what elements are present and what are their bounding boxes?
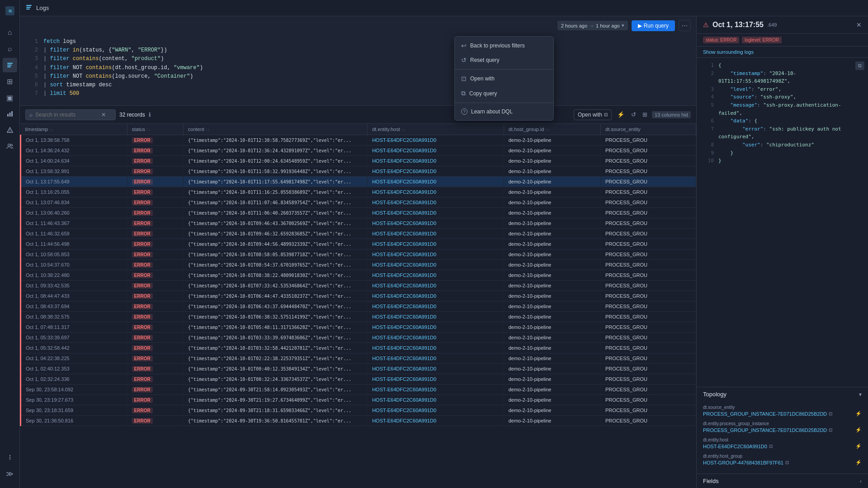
sidebar-item-expand[interactable]: ≫: [3, 466, 17, 481]
open-with-button[interactable]: Open with ⊡: [574, 109, 612, 120]
code-editor[interactable]: 1fetch logs 2| filter in(status, {"WARN"…: [24, 34, 693, 102]
table-row[interactable]: Oct 1, 13:07:46.834 ERROR {"timestamp":"…: [21, 197, 696, 208]
cell-source: PROCESS_GROU: [601, 187, 696, 197]
table-layout-button[interactable]: ⊞: [641, 109, 649, 120]
table-row[interactable]: Oct 1, 11:46:32.659 ERROR {"timestamp":"…: [21, 229, 696, 239]
table-row[interactable]: Oct 1, 13:58:32.991 ERROR {"timestamp":"…: [21, 166, 696, 177]
cell-source: PROCESS_GROU: [601, 364, 696, 374]
fields-header[interactable]: Fields ‹: [697, 474, 868, 488]
dropdown-back-to-filters[interactable]: ↩ Back to previous filters: [455, 38, 553, 53]
cell-source: PROCESS_GROU: [601, 208, 696, 218]
page-title: Logs: [36, 5, 49, 11]
table-row[interactable]: Oct 1, 08:44:47.433 ERROR {"timestamp":"…: [21, 291, 696, 301]
table-row[interactable]: Oct 1, 05:32:58.442 ERROR {"timestamp":"…: [21, 343, 696, 353]
table-row[interactable]: Oct 1, 13:17:55.649 ERROR {"timestamp":"…: [21, 177, 696, 187]
sidebar-item-chart[interactable]: [3, 107, 17, 121]
svg-rect-2: [7, 63, 13, 64]
sidebar-item-home[interactable]: ⌂: [3, 25, 17, 40]
topology-value-source[interactable]: PROCESS_GROUP_INSTANCE-7E071DC86D25B2DD …: [703, 411, 862, 417]
col-host-group[interactable]: dt.host_group.id ↑↓: [504, 124, 600, 135]
time-range-selector[interactable]: 2 hours ago → 1 hour ago ▾: [557, 21, 628, 30]
table-row[interactable]: Oct 1, 08:38:32.575 ERROR {"timestamp":"…: [21, 312, 696, 322]
dropdown-open-with[interactable]: ⊡ Open with: [455, 71, 553, 86]
cell-host: HOST-E64DFC2C60A991D0: [368, 291, 504, 301]
col-source[interactable]: dt.source_entity: [601, 124, 696, 135]
table-row[interactable]: Oct 1, 10:54:37.670 ERROR {"timestamp":"…: [21, 260, 696, 270]
sidebar-item-monitor[interactable]: ▣: [3, 90, 17, 105]
cell-content: {"timestamp":"2024-10-01T09:44:56.489932…: [183, 239, 367, 249]
col-content[interactable]: content ↑↓: [183, 124, 367, 135]
table-row[interactable]: Oct 1, 13:38:58.758 ERROR {"timestamp":"…: [21, 135, 696, 145]
filter-source-icon[interactable]: ⚡: [855, 411, 862, 417]
dropdown-reset-query[interactable]: ↺ Reset query: [455, 53, 553, 67]
refresh-icon-button[interactable]: ↺: [629, 109, 638, 120]
svg-rect-5: [7, 114, 9, 117]
cell-timestamp: Oct 1, 10:54:37.670: [21, 260, 127, 270]
table-row[interactable]: Sep 30, 23:58:14.092 ERROR {"timestamp":…: [21, 385, 696, 395]
cell-status: ERROR: [127, 260, 183, 270]
detail-timestamp: Oct 1, 13:17:55: [712, 21, 764, 29]
table-row[interactable]: Oct 1, 11:46:43.367 ERROR {"timestamp":"…: [21, 218, 696, 229]
topology-value-host-group[interactable]: HOST-GROUP-447684381BF97F61 ⊡ ⚡: [703, 460, 862, 465]
dropdown-copy-query[interactable]: ⧉ Copy query: [455, 86, 553, 101]
table-row[interactable]: Oct 1, 08:43:37.694 ERROR {"timestamp":"…: [21, 301, 696, 312]
sidebar-item-grid[interactable]: ⊞: [3, 74, 17, 89]
copy-json-button[interactable]: ⧉: [855, 61, 864, 70]
json-view: ⧉ 1{ 2 "timestamp": "2024-10-01T11:17:55…: [697, 58, 868, 387]
run-query-button[interactable]: ▶ Run query: [632, 20, 675, 31]
topology-value-host[interactable]: HOST-E64DFC2C60A991D0 ⊡ ⚡: [703, 443, 862, 449]
clear-search-button[interactable]: ✕: [101, 112, 106, 118]
table-row[interactable]: Oct 1, 11:44:56.498 ERROR {"timestamp":"…: [21, 239, 696, 249]
topology-header[interactable]: Topology ▾: [697, 387, 868, 401]
detail-badges: status: ERROR loglevel: ERROR: [697, 34, 868, 47]
table-row[interactable]: Oct 1, 10:38:22.480 ERROR {"timestamp":"…: [21, 270, 696, 281]
cell-source: PROCESS_GROU: [601, 333, 696, 343]
cell-timestamp: Oct 1, 05:33:39.697: [21, 333, 127, 343]
table-row[interactable]: Oct 1, 04:22:38.225 ERROR {"timestamp":"…: [21, 353, 696, 364]
cell-host-group: demo-2-10-pipeline: [504, 208, 600, 218]
filter-process-group-icon[interactable]: ⚡: [855, 427, 862, 433]
sidebar-logo: ≋: [3, 4, 17, 18]
col-status[interactable]: status ↑↓: [127, 124, 183, 135]
search-box[interactable]: ⌕ ✕: [25, 109, 116, 120]
copy-icon: ⧉: [461, 89, 466, 97]
table-row[interactable]: Oct 1, 07:48:11.317 ERROR {"timestamp":"…: [21, 322, 696, 333]
cell-content: {"timestamp":"2024-10-01T06:38:32.575114…: [183, 312, 367, 322]
table-row[interactable]: Sep 30, 21:36:50.816 ERROR {"timestamp":…: [21, 416, 696, 426]
info-icon[interactable]: ℹ: [149, 112, 151, 118]
table-row[interactable]: Sep 30, 23:19:27.673 ERROR {"timestamp":…: [21, 395, 696, 405]
filter-host-icon[interactable]: ⚡: [855, 443, 862, 449]
cell-status: ERROR: [127, 218, 183, 229]
table-row[interactable]: Oct 1, 02:32:24.336 ERROR {"timestamp":"…: [21, 374, 696, 385]
col-timestamp[interactable]: timestamp ↑↓: [21, 124, 127, 135]
table-row[interactable]: Oct 1, 10:58:05.853 ERROR {"timestamp":"…: [21, 249, 696, 260]
table-row[interactable]: Oct 1, 14:00:24.634 ERROR {"timestamp":"…: [21, 156, 696, 166]
table-row[interactable]: Oct 1, 05:33:39.697 ERROR {"timestamp":"…: [21, 333, 696, 343]
svg-point-10: [8, 144, 10, 146]
dropdown-learn-dql[interactable]: ? Learn about DQL: [455, 105, 553, 118]
table-row[interactable]: Oct 1, 02:40:12.353 ERROR {"timestamp":"…: [21, 364, 696, 374]
show-surrounding-button[interactable]: Show surrounding logs: [697, 47, 868, 58]
more-options-button[interactable]: ⋯: [679, 20, 691, 31]
detail-panel: ⚠ Oct 1, 13:17:55 .649 ✕ status: ERROR l…: [696, 16, 868, 488]
table-row[interactable]: Oct 1, 09:33:42.535 ERROR {"timestamp":"…: [21, 281, 696, 291]
table-row[interactable]: Sep 30, 23:18:31.659 ERROR {"timestamp":…: [21, 405, 696, 416]
topology-value-process-group[interactable]: PROCESS_GROUP_INSTANCE-7E071DC86D25B2DD …: [703, 427, 862, 433]
search-input[interactable]: [35, 112, 99, 118]
cell-status: ERROR: [127, 197, 183, 208]
table-row[interactable]: Oct 1, 13:16:25.055 ERROR {"timestamp":"…: [21, 187, 696, 197]
cell-timestamp: Oct 1, 10:58:05.853: [21, 249, 127, 260]
col-host[interactable]: dt.entity.host ↑↓: [368, 124, 504, 135]
sidebar-item-logs[interactable]: [3, 58, 17, 72]
cell-source: PROCESS_GROU: [601, 312, 696, 322]
dropdown-open-with-label: Open with: [470, 75, 495, 82]
table-row[interactable]: Oct 1, 13:06:40.260 ERROR {"timestamp":"…: [21, 208, 696, 218]
sidebar-item-more-vert[interactable]: [3, 450, 17, 465]
close-detail-button[interactable]: ✕: [856, 21, 862, 28]
filter-host-group-icon[interactable]: ⚡: [855, 460, 862, 465]
table-row[interactable]: Oct 1, 14:36:24.432 ERROR {"timestamp":"…: [21, 145, 696, 156]
sidebar-item-people[interactable]: [3, 139, 17, 154]
sidebar-item-search[interactable]: ⌕: [3, 42, 17, 56]
filter-icon-button[interactable]: ⚡: [615, 109, 627, 120]
sidebar-item-alert[interactable]: [3, 123, 17, 137]
